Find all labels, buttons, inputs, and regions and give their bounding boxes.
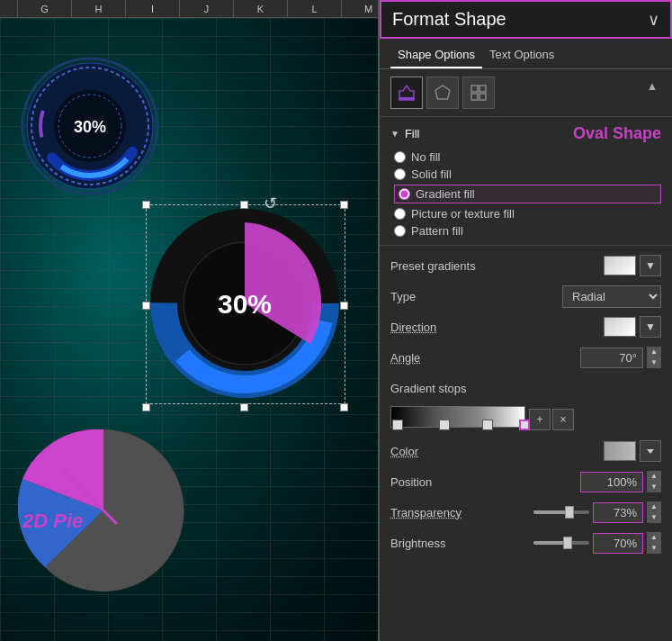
tab-shape-options[interactable]: Shape Options [390, 44, 482, 68]
transparency-spinner: ▲ ▼ [647, 501, 661, 523]
brightness-slider-track[interactable] [533, 541, 590, 545]
handle-tr[interactable] [340, 201, 348, 209]
svg-text:30%: 30% [74, 118, 106, 136]
brightness-input[interactable] [593, 533, 643, 554]
tab-text-options[interactable]: Text Options [482, 44, 561, 68]
gradient-fill-label: Gradient fill [416, 187, 475, 201]
brightness-slider-row [526, 541, 590, 545]
fill-label: Fill [405, 127, 568, 140]
no-fill-option[interactable]: No fill [394, 150, 661, 164]
transparency-slider-track[interactable] [533, 510, 590, 514]
position-input[interactable] [580, 472, 643, 492]
gradient-stops-label: Gradient stops [390, 382, 661, 395]
gradient-stop-2[interactable] [482, 420, 493, 430]
pattern-fill-option[interactable]: Pattern fill [394, 224, 661, 238]
color-row: Color [390, 438, 661, 464]
type-select[interactable]: Radial [562, 285, 661, 308]
transparency-slider-row [526, 510, 590, 514]
position-control: ▲ ▼ [580, 471, 661, 492]
no-fill-label: No fill [411, 150, 441, 164]
properties-section: Preset gradients ▼ Type Radial Direction… [380, 246, 672, 641]
gradient-stop-0[interactable] [392, 420, 403, 430]
svg-rect-22 [479, 94, 486, 100]
add-gradient-stop-button[interactable]: + [529, 409, 551, 430]
picture-texture-fill-option[interactable]: Picture or texture fill [394, 207, 661, 221]
gradient-stops-header-row: Gradient stops [390, 375, 661, 401]
picture-texture-fill-radio[interactable] [394, 208, 406, 220]
brightness-label: Brightness [390, 537, 526, 550]
gradient-fill-option[interactable]: Gradient fill [394, 185, 661, 203]
col-headers: G H I J K L M [0, 0, 378, 18]
angle-spin-down[interactable]: ▼ [647, 357, 661, 368]
angle-input[interactable] [580, 348, 643, 368]
pattern-fill-label: Pattern fill [411, 224, 463, 238]
direction-dropdown[interactable]: ▼ [640, 316, 661, 338]
svg-text:30%: 30% [218, 289, 272, 319]
shape-type-label: Oval Shape [573, 124, 661, 143]
no-fill-radio[interactable] [394, 151, 406, 163]
svg-rect-18 [399, 97, 414, 100]
brightness-row: Brightness ▲ ▼ [390, 530, 661, 555]
solid-fill-radio[interactable] [394, 168, 406, 180]
effects-icon[interactable] [426, 77, 459, 109]
circular-chart-1: 30% [18, 54, 162, 198]
picture-texture-fill-label: Picture or texture fill [411, 207, 515, 221]
svg-rect-21 [471, 94, 478, 100]
color-preview[interactable] [604, 441, 636, 461]
transparency-spin-down[interactable]: ▼ [647, 512, 661, 523]
position-spin-up[interactable]: ▲ [647, 471, 661, 482]
col-header-l: L [288, 0, 342, 17]
col-header-m: M [342, 0, 378, 17]
direction-preview[interactable] [604, 317, 636, 337]
color-dropdown[interactable] [640, 440, 661, 462]
gradient-stop-1[interactable] [439, 420, 450, 430]
angle-label: Angle [390, 351, 580, 365]
row-header-spacer [0, 0, 18, 17]
brightness-slider-thumb[interactable] [563, 537, 572, 549]
handle-bl[interactable] [142, 403, 150, 411]
rotation-handle[interactable]: ↺ [264, 194, 277, 213]
transparency-input[interactable] [593, 502, 643, 523]
handle-ml[interactable] [142, 302, 150, 310]
type-row: Type Radial [390, 284, 661, 309]
position-spin-down[interactable]: ▼ [647, 482, 661, 492]
brightness-spin-down[interactable]: ▼ [647, 543, 661, 554]
transparency-slider-thumb[interactable] [565, 506, 574, 519]
spreadsheet-area: G H I J K L M 30% [0, 0, 378, 641]
canvas-background: 30% 30% ↺ [0, 18, 378, 641]
panel-title: Format Shape [392, 9, 506, 30]
donut-chart: 30% [148, 207, 342, 401]
preset-gradients-control: ▼ [604, 255, 661, 276]
handle-bm[interactable] [240, 403, 248, 411]
preset-gradient-dropdown[interactable]: ▼ [640, 255, 661, 276]
fill-section: ▼ Fill Oval Shape No fill Solid fill Gra… [380, 117, 672, 246]
transparency-label: Transparency [390, 506, 526, 519]
layout-icon[interactable] [462, 77, 495, 109]
gradient-stop-3[interactable] [519, 420, 530, 430]
direction-label: Direction [390, 320, 604, 334]
svg-rect-20 [479, 86, 486, 92]
solid-fill-label: Solid fill [411, 167, 452, 181]
fill-icon[interactable] [390, 77, 423, 109]
remove-gradient-stop-button[interactable]: × [552, 409, 574, 430]
fill-chevron-icon: ▼ [390, 129, 399, 139]
solid-fill-option[interactable]: Solid fill [394, 167, 661, 181]
transparency-spin-up[interactable]: ▲ [647, 501, 661, 512]
direction-control: ▼ [604, 316, 661, 338]
angle-spin-up[interactable]: ▲ [647, 347, 661, 357]
gradient-fill-radio[interactable] [399, 188, 410, 200]
gradient-track[interactable] [390, 406, 525, 428]
handle-tm[interactable] [240, 201, 248, 209]
handle-tl[interactable] [142, 201, 150, 209]
col-header-k: K [234, 0, 288, 17]
handle-br[interactable] [340, 403, 348, 411]
panel-chevron-icon[interactable]: ∨ [648, 10, 659, 30]
pattern-fill-radio[interactable] [394, 225, 406, 237]
preset-gradient-preview[interactable] [604, 256, 636, 275]
collapse-arrow[interactable]: ▲ [643, 77, 661, 95]
brightness-spin-up[interactable]: ▲ [647, 532, 661, 543]
gradient-stop-buttons: + × [529, 409, 574, 430]
handle-mr[interactable] [340, 302, 348, 310]
type-label: Type [390, 290, 562, 303]
direction-row: Direction ▼ [390, 314, 661, 339]
